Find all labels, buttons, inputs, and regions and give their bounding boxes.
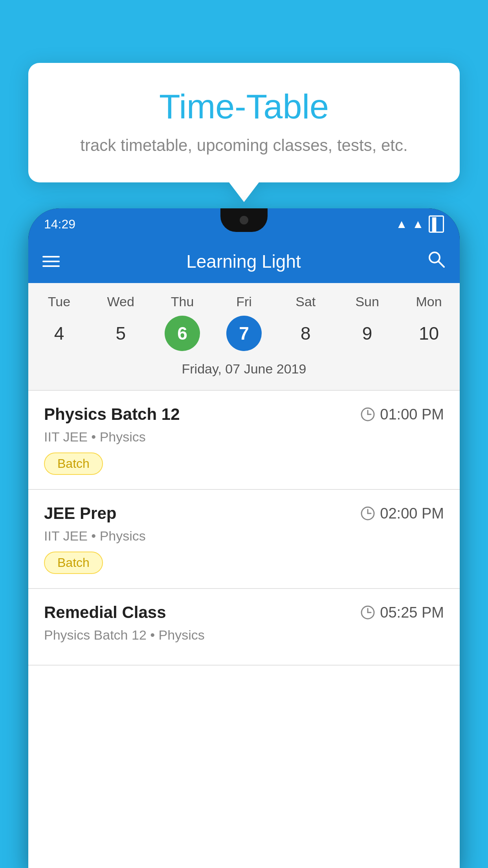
tooltip-title: Time-Table — [52, 86, 436, 127]
schedule-item-2-meta: IIT JEE • Physics — [44, 528, 444, 544]
clock-icon-1 — [360, 407, 375, 422]
schedule-item-2-time-text: 02:00 PM — [380, 505, 444, 522]
day-9[interactable]: 9 — [350, 316, 385, 351]
schedule-item-3: Remedial Class 05:25 PM Physics Batch 12… — [28, 589, 460, 666]
schedule-item-2: JEE Prep 02:00 PM IIT JEE • Physics Batc… — [28, 490, 460, 589]
app-bar: Learning Light — [28, 240, 460, 283]
notch — [220, 208, 268, 232]
schedule-item-2-badge: Batch — [44, 552, 103, 574]
schedule-item-2-time: 02:00 PM — [360, 505, 444, 522]
phone-frame: 14:29 ▲ ▲ ▌ Learning Light — [28, 208, 460, 868]
clock-icon-2 — [360, 506, 375, 521]
day-header-fri: Fri — [218, 294, 270, 309]
schedule-item-1: Physics Batch 12 01:00 PM IIT JEE • Phys… — [28, 391, 460, 490]
day-header-wed: Wed — [95, 294, 146, 309]
selected-date-label: Friday, 07 June 2019 — [28, 357, 460, 384]
status-time: 14:29 — [44, 217, 75, 232]
schedule-item-3-header: Remedial Class 05:25 PM — [44, 603, 444, 622]
hamburger-menu-icon[interactable] — [42, 256, 60, 267]
schedule-item-2-title: JEE Prep — [44, 504, 116, 523]
signal-icon: ▲ — [412, 217, 424, 231]
day-numbers: 4 5 6 7 8 9 10 — [28, 316, 460, 351]
day-header-sun: Sun — [342, 294, 393, 309]
app-title: Learning Light — [72, 251, 415, 272]
wifi-icon: ▲ — [396, 217, 407, 231]
schedule-item-1-time: 01:00 PM — [360, 406, 444, 423]
schedule-item-3-title: Remedial Class — [44, 603, 166, 622]
phone-screen: Tue Wed Thu Fri Sat Sun Mon 4 5 6 7 8 9 … — [28, 283, 460, 868]
search-icon[interactable] — [427, 250, 446, 273]
day-6-today[interactable]: 6 — [165, 316, 200, 351]
schedule-item-1-title: Physics Batch 12 — [44, 405, 180, 424]
day-7-selected[interactable]: 7 — [226, 316, 262, 351]
schedule-item-3-time: 05:25 PM — [360, 604, 444, 621]
day-header-tue: Tue — [33, 294, 84, 309]
calendar-strip: Tue Wed Thu Fri Sat Sun Mon 4 5 6 7 8 9 … — [28, 283, 460, 390]
day-5[interactable]: 5 — [103, 316, 138, 351]
tooltip-card: Time-Table track timetable, upcoming cla… — [28, 63, 460, 182]
day-header-mon: Mon — [403, 294, 454, 309]
svg-line-1 — [438, 261, 444, 267]
camera-dot — [240, 216, 248, 224]
day-headers: Tue Wed Thu Fri Sat Sun Mon — [28, 294, 460, 309]
schedule-list: Physics Batch 12 01:00 PM IIT JEE • Phys… — [28, 391, 460, 666]
schedule-item-2-header: JEE Prep 02:00 PM — [44, 504, 444, 523]
battery-icon: ▌ — [429, 215, 444, 233]
schedule-item-1-header: Physics Batch 12 01:00 PM — [44, 405, 444, 424]
schedule-item-1-badge: Batch — [44, 452, 103, 475]
status-icons: ▲ ▲ ▌ — [396, 215, 444, 233]
schedule-item-1-time-text: 01:00 PM — [380, 406, 444, 423]
day-header-sat: Sat — [280, 294, 331, 309]
status-bar: 14:29 ▲ ▲ ▌ — [28, 208, 460, 240]
day-header-thu: Thu — [157, 294, 208, 309]
schedule-item-1-meta: IIT JEE • Physics — [44, 429, 444, 445]
schedule-item-3-time-text: 05:25 PM — [380, 604, 444, 621]
schedule-item-3-meta: Physics Batch 12 • Physics — [44, 627, 444, 643]
day-4[interactable]: 4 — [41, 316, 77, 351]
day-8[interactable]: 8 — [288, 316, 323, 351]
tooltip-subtitle: track timetable, upcoming classes, tests… — [52, 136, 436, 155]
clock-icon-3 — [360, 605, 375, 620]
day-10[interactable]: 10 — [411, 316, 446, 351]
